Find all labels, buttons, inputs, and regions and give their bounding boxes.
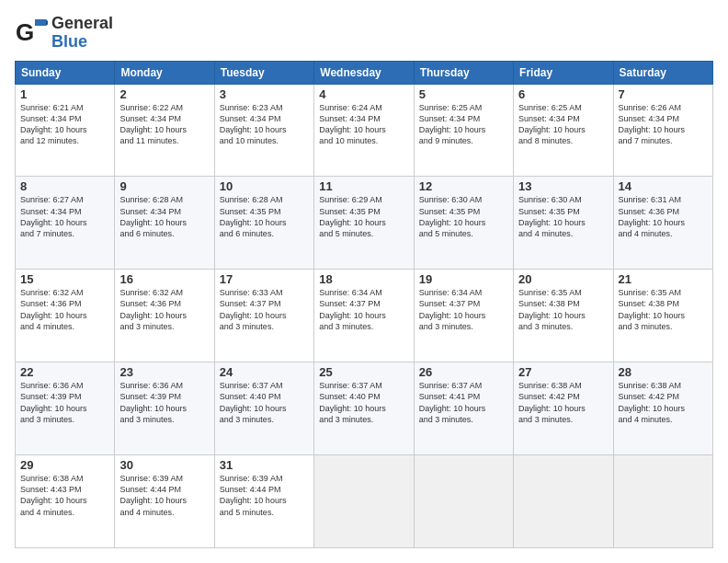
logo-blue-text: Blue xyxy=(51,33,113,52)
day-number: 30 xyxy=(119,458,209,472)
day-number: 4 xyxy=(319,87,408,101)
calendar-cell-day-8: 8Sunrise: 6:27 AM Sunset: 4:34 PM Daylig… xyxy=(16,177,115,270)
calendar-weekday-saturday: Saturday xyxy=(613,61,712,84)
day-number: 29 xyxy=(20,458,109,472)
svg-text:G: G xyxy=(16,18,34,46)
day-number: 21 xyxy=(619,272,708,286)
day-details: Sunrise: 6:37 AM Sunset: 4:41 PM Dayligh… xyxy=(419,380,508,425)
calendar-week-row: 8Sunrise: 6:27 AM Sunset: 4:34 PM Daylig… xyxy=(16,177,713,270)
logo: G General Blue xyxy=(15,15,113,52)
calendar-cell-day-9: 9Sunrise: 6:28 AM Sunset: 4:34 PM Daylig… xyxy=(115,177,214,270)
day-number: 28 xyxy=(619,365,708,379)
day-number: 6 xyxy=(518,87,608,101)
day-details: Sunrise: 6:26 AM Sunset: 4:34 PM Dayligh… xyxy=(619,102,708,147)
day-number: 19 xyxy=(419,272,508,286)
logo-general: General xyxy=(51,15,113,33)
logo-row: G General Blue xyxy=(15,15,113,52)
day-details: Sunrise: 6:28 AM Sunset: 4:35 PM Dayligh… xyxy=(220,194,309,239)
day-details: Sunrise: 6:39 AM Sunset: 4:44 PM Dayligh… xyxy=(119,473,209,518)
day-number: 1 xyxy=(20,87,109,101)
day-details: Sunrise: 6:36 AM Sunset: 4:39 PM Dayligh… xyxy=(20,380,109,425)
day-number: 24 xyxy=(220,365,309,379)
day-details: Sunrise: 6:38 AM Sunset: 4:43 PM Dayligh… xyxy=(20,473,109,518)
calendar-cell-day-29: 29Sunrise: 6:38 AM Sunset: 4:43 PM Dayli… xyxy=(16,455,115,548)
calendar-table: SundayMondayTuesdayWednesdayThursdayFrid… xyxy=(15,61,713,548)
calendar-weekday-monday: Monday xyxy=(115,61,214,84)
day-details: Sunrise: 6:32 AM Sunset: 4:36 PM Dayligh… xyxy=(119,287,209,332)
calendar-cell-day-26: 26Sunrise: 6:37 AM Sunset: 4:41 PM Dayli… xyxy=(414,362,513,455)
calendar-week-row: 1Sunrise: 6:21 AM Sunset: 4:34 PM Daylig… xyxy=(16,84,713,177)
calendar-cell-day-25: 25Sunrise: 6:37 AM Sunset: 4:40 PM Dayli… xyxy=(314,362,414,455)
day-number: 18 xyxy=(319,272,408,286)
calendar-cell-day-19: 19Sunrise: 6:34 AM Sunset: 4:37 PM Dayli… xyxy=(414,270,513,362)
calendar-cell-day-20: 20Sunrise: 6:35 AM Sunset: 4:38 PM Dayli… xyxy=(514,270,613,362)
day-number: 7 xyxy=(619,87,708,101)
day-number: 17 xyxy=(220,272,309,286)
day-number: 22 xyxy=(20,365,109,379)
day-details: Sunrise: 6:27 AM Sunset: 4:34 PM Dayligh… xyxy=(20,194,109,239)
day-number: 27 xyxy=(518,365,608,379)
day-details: Sunrise: 6:34 AM Sunset: 4:37 PM Dayligh… xyxy=(419,287,508,332)
calendar-cell-day-3: 3Sunrise: 6:23 AM Sunset: 4:34 PM Daylig… xyxy=(214,84,313,177)
day-details: Sunrise: 6:30 AM Sunset: 4:35 PM Dayligh… xyxy=(518,194,608,239)
day-details: Sunrise: 6:24 AM Sunset: 4:34 PM Dayligh… xyxy=(319,102,408,147)
calendar-cell-day-7: 7Sunrise: 6:26 AM Sunset: 4:34 PM Daylig… xyxy=(613,84,712,177)
day-details: Sunrise: 6:39 AM Sunset: 4:44 PM Dayligh… xyxy=(220,473,309,518)
calendar-cell-day-15: 15Sunrise: 6:32 AM Sunset: 4:36 PM Dayli… xyxy=(16,270,115,362)
day-details: Sunrise: 6:37 AM Sunset: 4:40 PM Dayligh… xyxy=(220,380,309,425)
calendar-cell-day-1: 1Sunrise: 6:21 AM Sunset: 4:34 PM Daylig… xyxy=(16,84,115,177)
calendar-cell-day-4: 4Sunrise: 6:24 AM Sunset: 4:34 PM Daylig… xyxy=(314,84,414,177)
day-details: Sunrise: 6:36 AM Sunset: 4:39 PM Dayligh… xyxy=(119,380,209,425)
calendar-cell-day-11: 11Sunrise: 6:29 AM Sunset: 4:35 PM Dayli… xyxy=(314,177,414,270)
day-details: Sunrise: 6:34 AM Sunset: 4:37 PM Dayligh… xyxy=(319,287,408,332)
calendar-cell-day-10: 10Sunrise: 6:28 AM Sunset: 4:35 PM Dayli… xyxy=(214,177,313,270)
calendar-week-row: 15Sunrise: 6:32 AM Sunset: 4:36 PM Dayli… xyxy=(16,270,713,362)
calendar-week-row: 22Sunrise: 6:36 AM Sunset: 4:39 PM Dayli… xyxy=(16,362,713,455)
calendar-cell-empty xyxy=(613,455,712,548)
day-number: 9 xyxy=(119,179,209,193)
day-details: Sunrise: 6:32 AM Sunset: 4:36 PM Dayligh… xyxy=(20,287,109,332)
calendar-cell-day-23: 23Sunrise: 6:36 AM Sunset: 4:39 PM Dayli… xyxy=(115,362,214,455)
day-details: Sunrise: 6:25 AM Sunset: 4:34 PM Dayligh… xyxy=(419,102,508,147)
calendar-cell-day-13: 13Sunrise: 6:30 AM Sunset: 4:35 PM Dayli… xyxy=(514,177,613,270)
day-number: 16 xyxy=(119,272,209,286)
svg-marker-1 xyxy=(35,19,46,26)
day-number: 26 xyxy=(419,365,508,379)
day-number: 14 xyxy=(619,179,708,193)
day-details: Sunrise: 6:30 AM Sunset: 4:35 PM Dayligh… xyxy=(419,194,508,239)
day-details: Sunrise: 6:21 AM Sunset: 4:34 PM Dayligh… xyxy=(20,102,109,147)
calendar-header-row: SundayMondayTuesdayWednesdayThursdayFrid… xyxy=(16,61,713,84)
calendar-weekday-wednesday: Wednesday xyxy=(314,61,414,84)
day-number: 11 xyxy=(319,179,408,193)
day-details: Sunrise: 6:22 AM Sunset: 4:34 PM Dayligh… xyxy=(119,102,209,147)
day-number: 23 xyxy=(119,365,209,379)
logo-svg-icon: G xyxy=(15,17,48,50)
calendar-cell-day-16: 16Sunrise: 6:32 AM Sunset: 4:36 PM Dayli… xyxy=(115,270,214,362)
calendar-cell-day-22: 22Sunrise: 6:36 AM Sunset: 4:39 PM Dayli… xyxy=(16,362,115,455)
calendar-cell-day-30: 30Sunrise: 6:39 AM Sunset: 4:44 PM Dayli… xyxy=(115,455,214,548)
page-header: G General Blue xyxy=(15,15,713,52)
day-number: 31 xyxy=(220,458,309,472)
calendar-cell-day-31: 31Sunrise: 6:39 AM Sunset: 4:44 PM Dayli… xyxy=(214,455,313,548)
calendar-weekday-friday: Friday xyxy=(514,61,613,84)
day-details: Sunrise: 6:23 AM Sunset: 4:34 PM Dayligh… xyxy=(220,102,309,147)
calendar-cell-empty xyxy=(514,455,613,548)
day-details: Sunrise: 6:29 AM Sunset: 4:35 PM Dayligh… xyxy=(319,194,408,239)
day-details: Sunrise: 6:38 AM Sunset: 4:42 PM Dayligh… xyxy=(619,380,708,425)
calendar-cell-day-6: 6Sunrise: 6:25 AM Sunset: 4:34 PM Daylig… xyxy=(514,84,613,177)
day-number: 25 xyxy=(319,365,408,379)
day-details: Sunrise: 6:38 AM Sunset: 4:42 PM Dayligh… xyxy=(518,380,608,425)
calendar-cell-day-21: 21Sunrise: 6:35 AM Sunset: 4:38 PM Dayli… xyxy=(613,270,712,362)
day-details: Sunrise: 6:28 AM Sunset: 4:34 PM Dayligh… xyxy=(119,194,209,239)
svg-marker-2 xyxy=(46,19,48,26)
day-number: 20 xyxy=(518,272,608,286)
day-number: 5 xyxy=(419,87,508,101)
day-number: 8 xyxy=(20,179,109,193)
day-number: 10 xyxy=(220,179,309,193)
calendar-week-row: 29Sunrise: 6:38 AM Sunset: 4:43 PM Dayli… xyxy=(16,455,713,548)
calendar-cell-day-18: 18Sunrise: 6:34 AM Sunset: 4:37 PM Dayli… xyxy=(314,270,414,362)
day-details: Sunrise: 6:35 AM Sunset: 4:38 PM Dayligh… xyxy=(619,287,708,332)
calendar-cell-day-2: 2Sunrise: 6:22 AM Sunset: 4:34 PM Daylig… xyxy=(115,84,214,177)
calendar-weekday-sunday: Sunday xyxy=(16,61,115,84)
day-number: 12 xyxy=(419,179,508,193)
